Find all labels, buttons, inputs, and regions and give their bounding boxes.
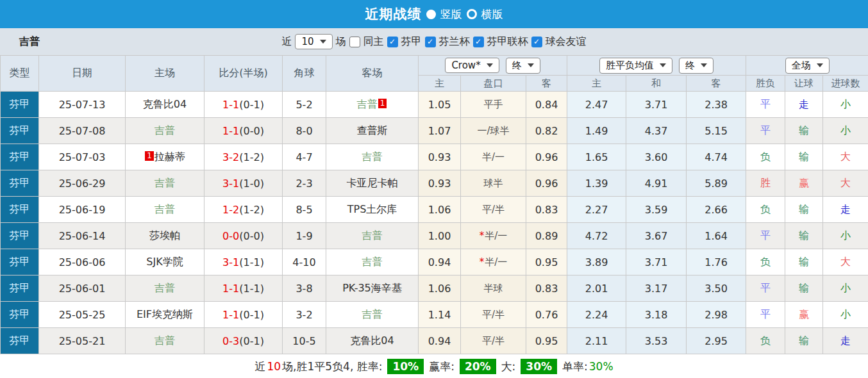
avg-odds-select[interactable]: 胜平负均值 [599,58,672,74]
score-cell: 1-2(1-2) [204,197,283,223]
handicap-time-select[interactable]: 终 [506,58,540,74]
corner-cell: 10-5 [283,328,326,354]
league-cell: 芬甲 [1,170,39,197]
corner-cell: 3-2 [283,302,326,328]
match-count-select[interactable]: 10 [295,34,332,49]
corner-cell: 5-2 [283,92,326,118]
avg-home-odds: 2.24 [567,302,626,328]
away-team-cell: PK-35海辛基 [326,275,419,302]
goals-result-cell: 大 [823,249,868,275]
score-cell: 1-1(1-1) [204,275,283,302]
goals-result-cell: 大 [823,170,868,197]
result-cell: 胜 [746,170,785,197]
home-team-name: 吉普 [154,282,175,294]
home-team-cell: 吉普 [126,118,204,144]
league-cell: 芬甲 [1,92,39,118]
team-name: 吉普 [19,35,40,49]
col-header-score: 比分(半场) [204,56,283,92]
score-cell: 1-1(0-1) [204,302,283,328]
chevron-down-icon [320,40,326,44]
away-team-cell: 查普斯 [326,118,419,144]
vertical-layout-label: 竖版 [440,7,462,22]
handicap-result-cell: 输 [785,118,823,144]
home-team-cell: EIF埃克纳斯 [126,302,204,328]
star-icon: * [480,256,485,268]
league-checkbox-finnish-cup[interactable] [425,37,436,47]
handicap-home-odds: 1.07 [419,118,461,144]
avg-home-odds: 4.72 [567,223,626,249]
avg-home-odds: 1.65 [567,144,626,170]
handicap-away-odds: 0.95 [526,328,567,354]
date-cell: 25-07-03 [39,144,126,170]
handicap-result-cell: 输 [785,223,823,249]
avg-away-odds: 5.89 [687,170,746,197]
handicap-line-cell: *半/一 [461,249,526,275]
table-row: 芬甲 25-06-01 吉普 1-1(1-1) 3-8 PK-35海辛基 1.0… [1,275,868,302]
result-cell: 平 [746,302,785,328]
matches-label: 场 [336,35,346,49]
away-team-cell: 吉普 [326,144,419,170]
home-team-name: SJK学院 [146,256,183,268]
handicap-result-cell: 输 [785,328,823,354]
handicap-away-odds: 0.96 [526,170,567,197]
league-checkbox-league-cup[interactable] [473,37,484,47]
date-cell: 25-05-21 [39,328,126,354]
league-checkbox-finland-d2[interactable] [387,37,398,47]
filter-controls: 近 10 场 同主 芬甲 芬兰杯 芬甲联杯 球会友谊 [0,34,868,49]
col-header-corner: 角球 [283,56,326,92]
sub-header-handicap-away: 客 [526,76,567,92]
summary-near-label: 近 [255,359,265,374]
bookmaker-select[interactable]: Crow* [445,58,499,73]
date-cell: 25-05-25 [39,302,126,328]
avg-away-odds: 2.38 [687,92,746,118]
handicap-line-cell: 平手 [461,92,526,118]
result-cell: 负 [746,144,785,170]
avg-away-odds: 1.76 [687,249,746,275]
sub-header-avg-home: 主 [567,76,626,92]
avg-home-odds: 1.49 [567,118,626,144]
league-cell: 芬甲 [1,275,39,302]
corner-cell: 2-3 [283,170,326,197]
away-team-cell: 吉普 [326,223,419,249]
home-team-name: 克鲁比04 [143,98,187,110]
table-row: 芬甲 25-06-06 SJK学院 3-1(1-1) 4-10 吉普 0.94 … [1,249,868,275]
single-rate-label: 单率: [562,359,588,374]
handicap-away-odds: 0.84 [526,92,567,118]
home-team-cell: 克鲁比04 [126,92,204,118]
goals-result-cell: 大 [823,144,868,170]
avg-away-odds: 2.66 [687,197,746,223]
handicap-line-cell: 平/半 [461,302,526,328]
avg-away-odds: 1.64 [687,223,746,249]
score-cell: 3-1(1-1) [204,249,283,275]
home-team-name: 吉普 [154,203,175,215]
chevron-down-icon [660,63,666,67]
handicap-line-cell: 半/一 [461,144,526,170]
near-label: 近 [281,35,292,49]
handicap-away-odds: 0.82 [526,118,567,144]
avg-away-odds: 2.98 [687,302,746,328]
handicap-result-cell: 赢 [785,170,823,197]
corner-cell: 4-10 [283,249,326,275]
over-rate-badge: 30% [521,359,557,374]
avg-away-odds: 2.95 [687,328,746,354]
goals-result-cell: 小 [823,302,868,328]
away-team-name: 吉普 [362,308,383,320]
vertical-layout-radio[interactable] [426,10,436,19]
chevron-down-icon [701,63,707,67]
same-home-checkbox[interactable] [349,37,360,47]
avg-draw-odds: 4.37 [626,118,687,144]
avg-time-select[interactable]: 终 [679,58,714,74]
horizontal-layout-radio[interactable] [467,9,477,19]
avg-draw-odds: 3.60 [626,144,687,170]
league-label-finnish-cup: 芬兰杯 [439,35,470,49]
table-row: 芬甲 25-05-25 EIF埃克纳斯 1-1(0-1) 3-2 吉普 1.14… [1,302,868,328]
recent-results-panel: 近期战绩 竖版 横版 吉普 近 10 场 同主 芬甲 芬兰杯 芬甲联杯 球会友谊 [0,0,868,378]
scope-select[interactable]: 全场 [785,58,830,74]
handicap-line-cell: 球半 [461,170,526,197]
league-checkbox-friendly[interactable] [531,37,542,47]
avg-home-odds: 2.11 [567,328,626,354]
table-row: 芬甲 25-06-14 莎埃帕 0-0(0-0) 1-9 吉普 1.00 *半/… [1,223,868,249]
date-cell: 25-06-19 [39,197,126,223]
date-cell: 25-06-29 [39,170,126,197]
score-cell: 1-1(0-1) [204,92,283,118]
